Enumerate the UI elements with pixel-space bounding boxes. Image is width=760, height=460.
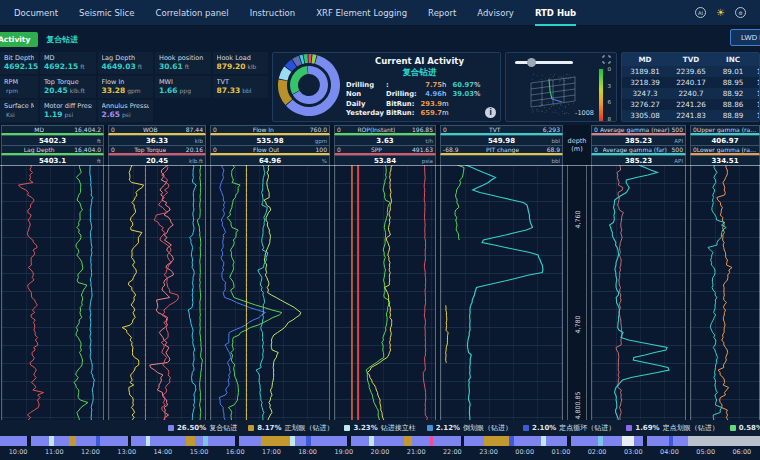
ai-activity-title: Current AI Activity [342, 56, 497, 66]
time-axis-label: 17:00 [253, 448, 289, 456]
track-plot[interactable] [108, 165, 206, 420]
metric-tile: Lag Depth 4649.03ft [98, 52, 154, 74]
legend-item: 2.10% 定点循环（钻进） [523, 423, 615, 433]
depth-color-scale [599, 69, 603, 121]
survey-table-body: 3189.81 2239.65 89.01 1 3218.39 2240.17 … [622, 66, 759, 122]
timeline-segment [195, 436, 202, 446]
rtd-hub-dashboard: DocumentSeismic SliceCorrelation panelIn… [0, 0, 760, 460]
ai-assistant-icon[interactable]: AI [695, 7, 706, 18]
time-axis-label: 05:00 [688, 448, 724, 456]
track-header: 0ROP(Instant)196.85 3.63t/h 0SPP491.63 5… [334, 125, 436, 165]
timeline-segment [464, 436, 484, 446]
menu-item[interactable]: Advisory [477, 0, 514, 26]
legend-item: 0.58% 原地悬停（钻进） [730, 423, 760, 433]
timeline-segment [404, 436, 411, 446]
timeline-segment [688, 436, 760, 446]
track-header: MD16,404.2 5402.3ft Lag Depth16,404.0 54… [1, 125, 104, 165]
timeline-segment [484, 436, 509, 446]
log-track: MD16,404.2 5402.3ft Lag Depth16,404.0 54… [1, 125, 104, 420]
survey-table-header: MD TVD INC [622, 53, 759, 66]
lwd-data-button[interactable]: LWD Data [730, 29, 760, 46]
timeline-segment [546, 436, 568, 446]
theme-sun-icon[interactable]: ☀ [716, 7, 725, 18]
survey-table-panel: MD TVD INC 3189.81 2239.65 89.01 1 3218.… [621, 52, 760, 122]
log-tracks-area: MD16,404.2 5402.3ft Lag Depth16,404.0 54… [0, 125, 760, 420]
info-icon[interactable]: i [485, 107, 496, 118]
track-header: 0Average gamma (near)500 385.23API 0Aver… [591, 125, 686, 165]
color-scale-ticks: 0368 [608, 66, 612, 122]
time-axis-label: 18:00 [290, 448, 326, 456]
time-axis-label: 11:00 [36, 448, 72, 456]
timeline-segment [31, 436, 49, 446]
depth-axis: depth (m) 4,7604,7804,800.85 [567, 125, 587, 420]
table-row: 3218.39 2240.17 88.95 1 [622, 77, 759, 88]
timeline-segment [54, 436, 68, 446]
menu-item[interactable]: Seismic Slice [79, 0, 134, 26]
time-axis-label: 12:00 [72, 448, 108, 456]
time-axis-label: 13:00 [109, 448, 145, 456]
time-axis-label: 01:00 [543, 448, 579, 456]
metrics-grid: MD 4692.15ft Lag Depth 4649.03ft Hook po… [40, 52, 268, 122]
metric-tile: Bit Depth 4692.15ft [0, 52, 38, 74]
menu-item-rtd-hub[interactable]: RTD Hub [535, 0, 576, 26]
top-nav: DocumentSeismic SliceCorrelation panelIn… [0, 0, 760, 26]
legend-item: 8.17% 正划眼（钻进） [248, 423, 333, 433]
drilling-tracks: MD16,404.2 5402.3ft Lag Depth16,404.0 54… [1, 125, 563, 420]
time-axis-label: 16:00 [217, 448, 253, 456]
settings-gear-icon[interactable]: ⚙ [735, 7, 746, 18]
metrics-panel: Bit Depth 4692.15ft RPM rpm Surface MSE … [0, 52, 268, 122]
time-axis-label: 20:00 [362, 448, 398, 456]
info-row: Bit Depth 4692.15ft RPM rpm Surface MSE … [0, 52, 760, 125]
time-axis-label: 15:00 [181, 448, 217, 456]
timeline-segment [186, 436, 195, 446]
metric-tile: Surface MSE Ksi [0, 100, 38, 122]
timeline-segment [69, 436, 76, 446]
menu-item[interactable]: Correlation panel [156, 0, 229, 26]
track-header: 0TVT6,293 549.98bbl -68.9PIT change68.9 … [440, 125, 563, 165]
log-track: 0Upper gamma (raw) 406.97 0Lower gamma (… [690, 125, 760, 420]
timeline-segment [239, 436, 261, 446]
ai-activity-panel: Current AI Activity 复合钻进 Drilling:7.75h6… [272, 52, 501, 122]
metric-tile: RPM rpm [0, 76, 38, 98]
current-mode-label: 复合钻进 [46, 34, 78, 45]
metric-tile: Top Torque 20.45klb.ft [40, 76, 96, 98]
menu-item[interactable]: Report [428, 0, 456, 26]
metric-tile: Hook Load 879.20klb [213, 52, 269, 74]
slider-thumb[interactable] [527, 58, 536, 67]
menu-item[interactable]: XRF Element Logging [316, 0, 407, 26]
table-row: 3276.27 2241.26 88.86 1 [622, 99, 759, 110]
depth-axis-label: depth (m) [567, 125, 587, 165]
timeline-segment [208, 436, 235, 446]
legend-color-swatch [168, 425, 174, 431]
depth-axis-scale: 4,7604,7804,800.85 [567, 165, 587, 420]
log-track: 0ROP(Instant)196.85 3.63t/h 0SPP491.63 5… [334, 125, 436, 420]
timeline-segment [311, 436, 347, 446]
time-axis-label: 04:00 [651, 448, 687, 456]
gamma-tracks: 0Average gamma (near)500 385.23API 0Aver… [591, 125, 760, 420]
fullscreen-icon[interactable] [602, 55, 611, 64]
main-menu: DocumentSeismic SliceCorrelation panelIn… [14, 0, 514, 26]
metric-tile: MWI 1.66ppg [155, 76, 211, 98]
log-track: 0Average gamma (near)500 385.23API 0Aver… [591, 125, 686, 420]
view-slider[interactable] [515, 61, 573, 64]
depth-tick-label: 4,780 [574, 315, 581, 333]
menu-item[interactable]: Document [14, 0, 58, 26]
track-plot[interactable] [210, 165, 330, 420]
activity-timeline [0, 436, 760, 446]
metric-tile: Hook position 30.61ft [155, 52, 211, 74]
track-plot[interactable] [690, 165, 760, 420]
track-plot[interactable] [1, 165, 104, 420]
track-plot[interactable] [591, 165, 686, 420]
timeline-segment [603, 436, 621, 446]
legend-item: 26.50% 复合钻进 [168, 423, 237, 433]
time-axis-label: 22:00 [434, 448, 470, 456]
time-axis-label: 06:00 [724, 448, 760, 456]
legend-color-swatch [344, 425, 350, 431]
menu-item[interactable]: Instruction [250, 0, 296, 26]
metric-tile: TVT 87.33bbl [213, 76, 269, 98]
time-axis-label: 10:00 [0, 448, 36, 456]
table-row: 3247.3 2240.7 88.92 1 [622, 88, 759, 99]
metric-tile: MD 4692.15ft [40, 52, 96, 74]
track-plot[interactable] [440, 165, 563, 420]
track-plot[interactable] [334, 165, 436, 420]
